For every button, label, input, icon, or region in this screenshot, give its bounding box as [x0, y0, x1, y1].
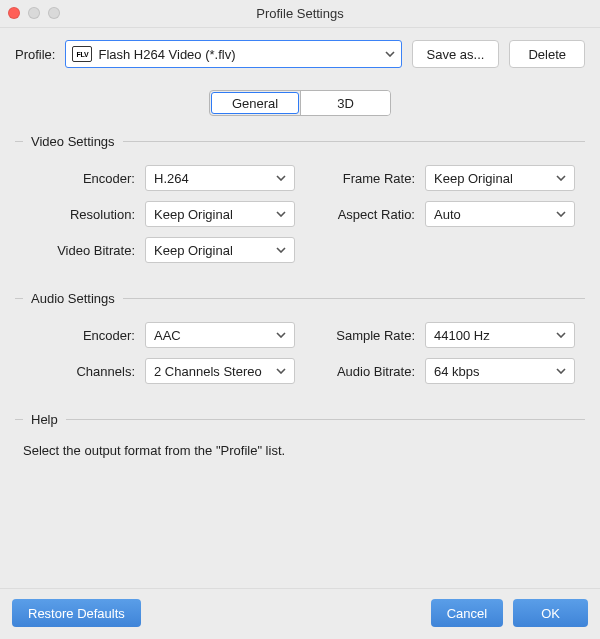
- audio-encoder-value: AAC: [154, 328, 276, 343]
- chevron-down-icon: [276, 332, 286, 338]
- video-bitrate-select[interactable]: Keep Original: [145, 237, 295, 263]
- profile-selected-value: Flash H264 Video (*.flv): [98, 47, 384, 62]
- chevron-down-icon: [556, 332, 566, 338]
- chevron-down-icon: [276, 175, 286, 181]
- audio-bitrate-select[interactable]: 64 kbps: [425, 358, 575, 384]
- audio-settings-rows: Encoder: AAC Sample Rate: 44100 Hz Chann…: [15, 322, 585, 384]
- video-settings-header: Video Settings: [15, 134, 585, 149]
- sample-rate-label: Sample Rate:: [305, 328, 425, 343]
- delete-button[interactable]: Delete: [509, 40, 585, 68]
- aspect-ratio-label: Aspect Ratio:: [305, 207, 425, 222]
- audio-encoder-select[interactable]: AAC: [145, 322, 295, 348]
- restore-defaults-button[interactable]: Restore Defaults: [12, 599, 141, 627]
- profile-row: Profile: FLV Flash H264 Video (*.flv) Sa…: [15, 40, 585, 68]
- help-title: Help: [31, 412, 58, 427]
- sample-rate-select[interactable]: 44100 Hz: [425, 322, 575, 348]
- aspect-ratio-value: Auto: [434, 207, 556, 222]
- audio-settings-title: Audio Settings: [31, 291, 115, 306]
- zoom-window-button[interactable]: [48, 7, 60, 19]
- video-encoder-value: H.264: [154, 171, 276, 186]
- video-encoder-select[interactable]: H.264: [145, 165, 295, 191]
- chevron-down-icon: [276, 368, 286, 374]
- cancel-button[interactable]: Cancel: [431, 599, 503, 627]
- audio-encoder-label: Encoder:: [15, 328, 145, 343]
- tab-3d[interactable]: 3D: [300, 91, 390, 115]
- tab-general[interactable]: General: [211, 92, 299, 114]
- frame-rate-label: Frame Rate:: [305, 171, 425, 186]
- chevron-down-icon: [556, 175, 566, 181]
- video-settings-group: Video Settings Encoder: H.264 Frame Rate…: [15, 134, 585, 263]
- sample-rate-value: 44100 Hz: [434, 328, 556, 343]
- profile-select[interactable]: FLV Flash H264 Video (*.flv): [65, 40, 401, 68]
- channels-select[interactable]: 2 Channels Stereo: [145, 358, 295, 384]
- close-window-button[interactable]: [8, 7, 20, 19]
- frame-rate-value: Keep Original: [434, 171, 556, 186]
- video-encoder-label: Encoder:: [15, 171, 145, 186]
- titlebar: Profile Settings: [0, 0, 600, 28]
- divider: [123, 298, 585, 299]
- window-title: Profile Settings: [256, 6, 343, 21]
- divider: [66, 419, 585, 420]
- audio-settings-group: Audio Settings Encoder: AAC Sample Rate:…: [15, 291, 585, 384]
- help-group: Help Select the output format from the "…: [15, 412, 585, 458]
- channels-label: Channels:: [15, 364, 145, 379]
- aspect-ratio-select[interactable]: Auto: [425, 201, 575, 227]
- video-settings-rows: Encoder: H.264 Frame Rate: Keep Original…: [15, 165, 585, 263]
- divider: [15, 419, 23, 420]
- profile-label: Profile:: [15, 47, 55, 62]
- video-settings-title: Video Settings: [31, 134, 115, 149]
- resolution-value: Keep Original: [154, 207, 276, 222]
- ok-button[interactable]: OK: [513, 599, 588, 627]
- tab-group: General 3D: [209, 90, 391, 116]
- channels-value: 2 Channels Stereo: [154, 364, 276, 379]
- divider: [123, 141, 585, 142]
- tab-strip: General 3D: [15, 90, 585, 116]
- bottom-bar: Restore Defaults Cancel OK: [0, 588, 600, 639]
- flv-format-icon: FLV: [72, 46, 92, 62]
- content-area: Profile: FLV Flash H264 Video (*.flv) Sa…: [0, 28, 600, 588]
- help-header: Help: [15, 412, 585, 427]
- save-as-button[interactable]: Save as...: [412, 40, 500, 68]
- resolution-label: Resolution:: [15, 207, 145, 222]
- audio-bitrate-label: Audio Bitrate:: [305, 364, 425, 379]
- chevron-down-icon: [556, 211, 566, 217]
- audio-bitrate-value: 64 kbps: [434, 364, 556, 379]
- video-bitrate-value: Keep Original: [154, 243, 276, 258]
- divider: [15, 141, 23, 142]
- minimize-window-button[interactable]: [28, 7, 40, 19]
- audio-settings-header: Audio Settings: [15, 291, 585, 306]
- divider: [15, 298, 23, 299]
- traffic-lights: [8, 7, 60, 19]
- chevron-down-icon: [556, 368, 566, 374]
- help-text: Select the output format from the "Profi…: [15, 443, 585, 458]
- video-bitrate-label: Video Bitrate:: [15, 243, 145, 258]
- chevron-down-icon: [276, 211, 286, 217]
- chevron-down-icon: [276, 247, 286, 253]
- frame-rate-select[interactable]: Keep Original: [425, 165, 575, 191]
- resolution-select[interactable]: Keep Original: [145, 201, 295, 227]
- chevron-down-icon: [385, 51, 395, 57]
